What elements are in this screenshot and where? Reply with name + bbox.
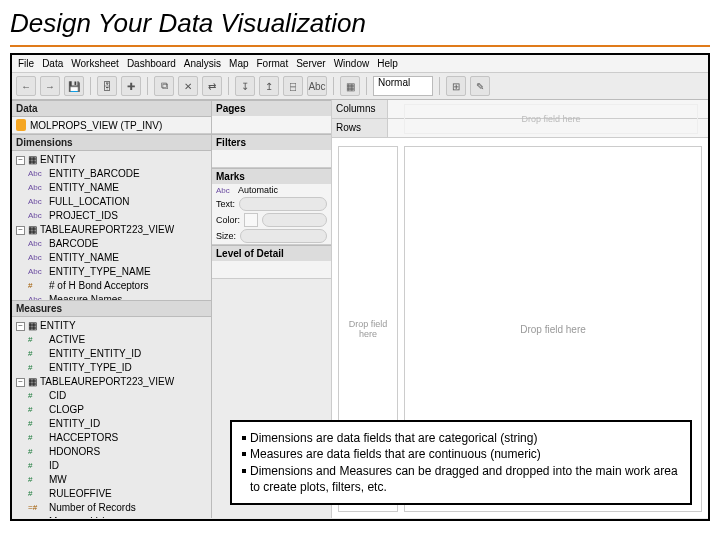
toolbar-separator [439, 77, 440, 95]
dimension-field[interactable]: AbcMeasure Names [14, 293, 209, 300]
measure-field[interactable]: #ACTIVE [14, 333, 209, 347]
highlighter-icon[interactable]: ✎ [470, 76, 490, 96]
number-type-icon: # [28, 487, 46, 501]
menu-analysis[interactable]: Analysis [184, 58, 221, 69]
datasource-row[interactable]: MOLPROPS_VIEW (TP_INV) [12, 117, 211, 134]
collapse-icon[interactable]: − [16, 226, 25, 235]
pages-shelf-header: Pages [212, 100, 331, 116]
abc-type-icon: Abc [28, 167, 46, 181]
color-label: Color: [216, 215, 240, 225]
tree-folder[interactable]: −▦TABLEAUREPORT223_VIEW [14, 375, 209, 389]
title-underline [10, 45, 710, 47]
color-swatch[interactable] [244, 213, 258, 227]
data-header: Data [12, 100, 211, 117]
dimension-field[interactable]: AbcPROJECT_IDS [14, 209, 209, 223]
marks-shelf-header: Marks [212, 168, 331, 184]
tree-folder[interactable]: −▦ENTITY [14, 153, 209, 167]
measure-field[interactable]: #ID [14, 459, 209, 473]
measure-field[interactable]: #HDONORS [14, 445, 209, 459]
calc-type-icon: =# [28, 501, 46, 515]
measure-field[interactable]: #CLOGP [14, 403, 209, 417]
collapse-icon[interactable]: − [16, 322, 25, 331]
menu-data[interactable]: Data [42, 58, 63, 69]
toolbar-separator [147, 77, 148, 95]
menu-map[interactable]: Map [229, 58, 248, 69]
number-type-icon: # [28, 473, 46, 487]
abc-type-icon: Abc [216, 186, 234, 195]
color-shelf[interactable] [262, 213, 327, 227]
back-icon[interactable]: ← [16, 76, 36, 96]
callout-line-3: Dimensions and Measures can be dragged a… [250, 463, 680, 495]
fit-select[interactable]: Normal [373, 76, 433, 96]
sort-asc-icon[interactable]: ↧ [235, 76, 255, 96]
new-sheet-icon[interactable]: ✚ [121, 76, 141, 96]
clear-icon[interactable]: ✕ [178, 76, 198, 96]
dimension-field[interactable]: AbcBARCODE [14, 237, 209, 251]
text-shelf[interactable] [239, 197, 327, 211]
text-label: Text: [216, 199, 235, 209]
number-type-icon: # [28, 347, 46, 361]
dimension-field[interactable]: AbcENTITY_NAME [14, 181, 209, 195]
presentation-icon[interactable]: ▦ [340, 76, 360, 96]
filters-shelf[interactable] [212, 150, 331, 168]
pages-shelf[interactable] [212, 116, 331, 134]
menu-window[interactable]: Window [334, 58, 370, 69]
measure-field[interactable]: #CID [14, 389, 209, 403]
dimension-field[interactable]: AbcENTITY_NAME [14, 251, 209, 265]
toolbar-separator [333, 77, 334, 95]
lod-shelf-header: Level of Detail [212, 245, 331, 261]
abc-type-icon: Abc [28, 195, 46, 209]
filters-shelf-header: Filters [212, 134, 331, 150]
number-type-icon: # [28, 361, 46, 375]
menu-file[interactable]: File [18, 58, 34, 69]
dimension-field[interactable]: ## of H Bond Acceptors [14, 279, 209, 293]
dimension-field[interactable]: AbcENTITY_TYPE_NAME [14, 265, 209, 279]
save-icon[interactable]: 💾 [64, 76, 84, 96]
size-label: Size: [216, 231, 236, 241]
toolbar-separator [366, 77, 367, 95]
measure-field[interactable]: #ENTITY_ENTITY_ID [14, 347, 209, 361]
menu-dashboard[interactable]: Dashboard [127, 58, 176, 69]
dimensions-header: Dimensions [12, 134, 211, 151]
swap-icon[interactable]: ⇄ [202, 76, 222, 96]
measure-field[interactable]: #HACCEPTORS [14, 431, 209, 445]
measure-field[interactable]: #RULEOFFIVE [14, 487, 209, 501]
tree-folder[interactable]: −▦TABLEAUREPORT223_VIEW [14, 223, 209, 237]
abc-type-icon: Abc [28, 265, 46, 279]
drop-field-top[interactable]: Drop field here [404, 104, 698, 134]
toolbar: ← → 💾 🗄 ✚ ⧉ ✕ ⇄ ↧ ↥ ⌸ Abc ▦ Normal ⊞ ✎ [12, 73, 708, 100]
collapse-icon[interactable]: − [16, 156, 25, 165]
measures-header: Measures [12, 300, 211, 317]
measure-field[interactable]: #MW [14, 473, 209, 487]
duplicate-icon[interactable]: ⧉ [154, 76, 174, 96]
sort-desc-icon[interactable]: ↥ [259, 76, 279, 96]
columns-label: Columns [332, 100, 388, 118]
group-icon[interactable]: ⌸ [283, 76, 303, 96]
number-type-icon: # [28, 403, 46, 417]
dimensions-tree: −▦ENTITY AbcENTITY_BARCODE AbcENTITY_NAM… [12, 151, 211, 300]
measure-field[interactable]: =#Number of Records [14, 501, 209, 515]
fix-axes-icon[interactable]: ⊞ [446, 76, 466, 96]
slide-title: Design Your Data Visualization [0, 0, 720, 43]
forward-icon[interactable]: → [40, 76, 60, 96]
fit-select-value: Normal [378, 77, 410, 88]
measure-field[interactable]: #ENTITY_TYPE_ID [14, 361, 209, 375]
measure-field[interactable]: #ENTITY_ID [14, 417, 209, 431]
tree-folder[interactable]: −▦ENTITY [14, 319, 209, 333]
collapse-icon[interactable]: − [16, 378, 25, 387]
size-shelf[interactable] [240, 229, 327, 243]
measure-field[interactable]: #Measure Values [14, 515, 209, 518]
datasource-icon[interactable]: 🗄 [97, 76, 117, 96]
menu-server[interactable]: Server [296, 58, 325, 69]
abc-icon[interactable]: Abc [307, 76, 327, 96]
menu-help[interactable]: Help [377, 58, 398, 69]
lod-shelf[interactable] [212, 261, 331, 279]
mark-type-select[interactable]: Abc Automatic [212, 184, 331, 196]
data-pane: Data MOLPROPS_VIEW (TP_INV) Dimensions −… [12, 100, 212, 518]
dimension-field[interactable]: AbcFULL_LOCATION [14, 195, 209, 209]
dimension-field[interactable]: AbcENTITY_BARCODE [14, 167, 209, 181]
menu-worksheet[interactable]: Worksheet [71, 58, 119, 69]
abc-type-icon: Abc [28, 251, 46, 265]
menu-format[interactable]: Format [257, 58, 289, 69]
abc-type-icon: Abc [28, 237, 46, 251]
